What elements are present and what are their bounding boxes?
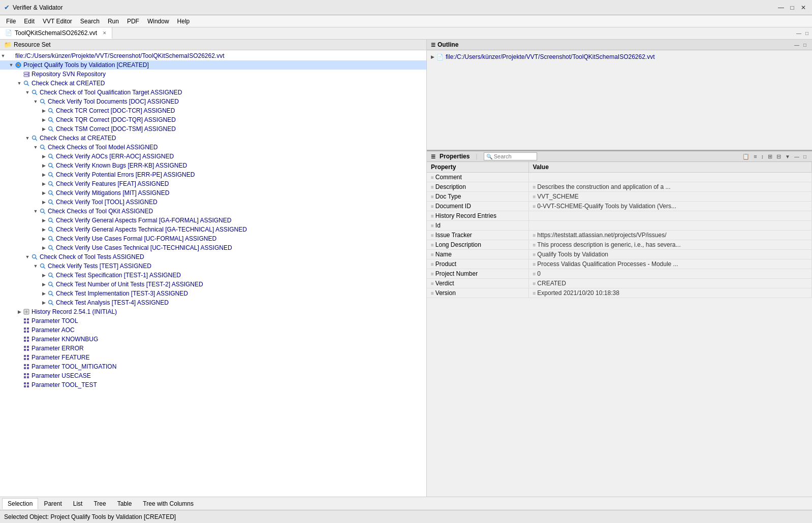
tree-toggle-icon[interactable]: ▶ xyxy=(41,300,47,306)
main-tab[interactable]: 📄 ToolQKitSchemaISO26262.vvt ✕ xyxy=(0,27,112,39)
tree-item[interactable]: Parameter TOOL_TEST xyxy=(0,380,426,389)
prop-btn-4[interactable]: ⊞ xyxy=(766,153,774,160)
tree-toggle-icon[interactable]: ▼ xyxy=(33,99,39,105)
tree-toggle-icon[interactable]: ▶ xyxy=(41,172,47,178)
property-row[interactable]: ≡Long Description ≡This process descript… xyxy=(427,240,812,250)
tree-toggle-icon[interactable]: ▼ xyxy=(0,53,6,59)
tree-item[interactable]: ▶History Record 2.54.1 (INITIAL) xyxy=(0,307,426,316)
tree-toggle-icon[interactable]: ▼ xyxy=(8,62,14,68)
property-row[interactable]: ≡Description ≡Describes the construction… xyxy=(427,182,812,192)
tab-min-button[interactable]: — xyxy=(795,30,803,37)
prop-btn-1[interactable]: 📋 xyxy=(741,153,751,160)
tree-item[interactable]: ▼Check Checks of Tool Model ASSIGNED xyxy=(0,143,426,152)
menu-item-window[interactable]: Window xyxy=(143,15,173,27)
prop-btn-3[interactable]: ↕ xyxy=(760,153,766,160)
menu-item-edit[interactable]: Edit xyxy=(20,15,39,27)
bottom-tab-parent[interactable]: Parent xyxy=(38,498,67,509)
tree-toggle-icon[interactable]: ▶ xyxy=(41,272,47,278)
search-input[interactable] xyxy=(494,153,535,159)
maximize-button[interactable]: □ xyxy=(788,3,797,12)
tree-toggle-icon[interactable]: ▶ xyxy=(41,108,47,114)
tree-item[interactable]: ▶Check Verify Mitigations [MIT] ASSIGNED xyxy=(0,188,426,198)
tree-item[interactable]: Repository SVN Repository xyxy=(0,70,426,79)
tree-item[interactable]: ▼file:/C:/Users/künzer/Projekte/VVT/Scre… xyxy=(0,51,426,60)
tree-item[interactable]: Parameter USECASE xyxy=(0,371,426,380)
tree-toggle-icon[interactable] xyxy=(16,354,22,361)
tree-toggle-icon[interactable] xyxy=(16,364,22,370)
tree-item[interactable]: Parameter AOC xyxy=(0,325,426,335)
tree-toggle-icon[interactable] xyxy=(16,71,22,77)
search-box[interactable]: 🔍 xyxy=(484,152,537,160)
property-row[interactable]: ≡Project Number ≡0 xyxy=(427,269,812,279)
tree-toggle-icon[interactable]: ▼ xyxy=(16,80,22,86)
property-row[interactable]: ≡Name ≡Qualify Tools by Validation xyxy=(427,250,812,259)
tree-toggle-icon[interactable]: ▼ xyxy=(24,89,30,95)
tree-item[interactable]: ▶Check Verify Use Cases Technical [UC-TE… xyxy=(0,243,426,252)
tree-toggle-icon[interactable]: ▼ xyxy=(24,135,30,141)
tree-toggle-icon[interactable]: ▶ xyxy=(41,290,47,297)
tab-close-icon[interactable]: ✕ xyxy=(103,30,107,36)
tree-toggle-icon[interactable] xyxy=(16,373,22,379)
tree-toggle-icon[interactable]: ▼ xyxy=(33,208,39,214)
menu-item-pdf[interactable]: PDF xyxy=(123,15,143,27)
property-row[interactable]: ≡History Record Entries xyxy=(427,211,812,221)
tree-item[interactable]: ▶Check Verify Known Bugs [ERR-KB] ASSIGN… xyxy=(0,161,426,170)
property-row[interactable]: ≡Product ≡Process Validas Qualification … xyxy=(427,259,812,269)
property-row[interactable]: ≡Document ID ≡0-VVT-SCHEME-Qualify Tools… xyxy=(427,202,812,211)
tree-toggle-icon[interactable] xyxy=(16,318,22,324)
tree-toggle-icon[interactable]: ▶ xyxy=(41,190,47,196)
prop-max-button[interactable]: □ xyxy=(802,153,808,160)
menu-item-help[interactable]: Help xyxy=(173,15,194,27)
property-row[interactable]: ≡Issue Tracker ≡https://teststatt.atlass… xyxy=(427,231,812,240)
tree-toggle-icon[interactable]: ▶ xyxy=(41,162,47,169)
tree-toggle-icon[interactable] xyxy=(16,382,22,388)
property-row[interactable]: ≡Version ≡Exported 2021/10/20 10:18:38 xyxy=(427,288,812,298)
tree-item[interactable]: ▶Check TQR Correct [DOC-TQR] ASSIGNED xyxy=(0,115,426,124)
tree-item[interactable]: ▼Check Check of Tool Qualification Targe… xyxy=(0,88,426,97)
outline-min-button[interactable]: — xyxy=(793,42,801,48)
tree-toggle-icon[interactable]: ▶ xyxy=(41,153,47,159)
tree-item[interactable]: ▶Check Test Analysis [TEST-4] ASSIGNED xyxy=(0,298,426,307)
tree-item[interactable]: ▼Check Checks of Tool QKit ASSIGNED xyxy=(0,207,426,216)
bottom-tab-selection[interactable]: Selection xyxy=(2,498,38,509)
tab-max-button[interactable]: □ xyxy=(804,30,810,37)
bottom-tab-list[interactable]: List xyxy=(68,498,88,509)
tree-toggle-icon[interactable] xyxy=(16,345,22,351)
prop-btn-5[interactable]: ⊟ xyxy=(775,153,783,160)
bottom-tab-tree[interactable]: Tree xyxy=(88,498,111,509)
tree-item[interactable]: Parameter FEATURE xyxy=(0,353,426,362)
tree-item[interactable]: ▼Check Check of Tool Tests ASSIGNED xyxy=(0,252,426,262)
tree-item[interactable]: ▶Check Verify General Aspects Technical … xyxy=(0,225,426,234)
tree-item[interactable]: Parameter KNOWNBUG xyxy=(0,335,426,344)
tree-item[interactable]: ▶Check Test Specification [TEST-1] ASSIG… xyxy=(0,271,426,280)
bottom-tab-tree-with-columns[interactable]: Tree with Columns xyxy=(137,498,199,509)
menu-item-vvt-editor[interactable]: VVT Editor xyxy=(39,15,76,27)
close-button[interactable]: ✕ xyxy=(799,3,808,12)
menu-item-run[interactable]: Run xyxy=(104,15,123,27)
prop-btn-6[interactable]: ▼ xyxy=(784,153,792,160)
tree-container[interactable]: ▼file:/C:/Users/künzer/Projekte/VVT/Scre… xyxy=(0,50,426,497)
menu-item-file[interactable]: File xyxy=(2,15,20,27)
tree-item[interactable]: ▼Check Verify Tool Documents [DOC] ASSIG… xyxy=(0,97,426,106)
tree-item[interactable]: Parameter ERROR xyxy=(0,344,426,353)
tree-toggle-icon[interactable]: ▶ xyxy=(16,309,22,315)
tree-toggle-icon[interactable]: ▶ xyxy=(41,245,47,251)
outline-item[interactable]: ▶ 📄 file:/C:/Users/künzer/Projekte/VVT/S… xyxy=(431,52,808,61)
tree-toggle-icon[interactable]: ▶ xyxy=(41,226,47,233)
tree-item[interactable]: ▶Check Verify Potential Errors [ERR-PE] … xyxy=(0,170,426,179)
tree-toggle-icon[interactable]: ▼ xyxy=(24,254,30,260)
tree-item[interactable]: ▶Check Test Implementation [TEST-3] ASSI… xyxy=(0,289,426,298)
tree-toggle-icon[interactable]: ▶ xyxy=(41,217,47,223)
prop-btn-2[interactable]: ≡ xyxy=(752,153,758,160)
property-row[interactable]: ≡Verdict ≡CREATED xyxy=(427,279,812,288)
tree-item[interactable]: ▶Check Verify AOCs [ERR-AOC] ASSIGNED xyxy=(0,152,426,161)
tree-item[interactable]: ▼Check Checks at CREATED xyxy=(0,134,426,143)
tree-item[interactable]: ▼Project Qualify Tools by Validation [CR… xyxy=(0,60,426,70)
tree-item[interactable]: ▼Check Check at CREATED xyxy=(0,79,426,88)
tree-item[interactable]: ▶Check TSM Correct [DOC-TSM] ASSIGNED xyxy=(0,124,426,134)
property-row[interactable]: ≡Doc Type ≡VVT_SCHEME xyxy=(427,192,812,202)
tree-toggle-icon[interactable] xyxy=(16,327,22,333)
minimize-button[interactable]: — xyxy=(776,3,786,12)
tree-item[interactable]: ▼Check Verify Tests [TEST] ASSIGNED xyxy=(0,262,426,271)
tree-toggle-icon[interactable]: ▶ xyxy=(41,181,47,187)
